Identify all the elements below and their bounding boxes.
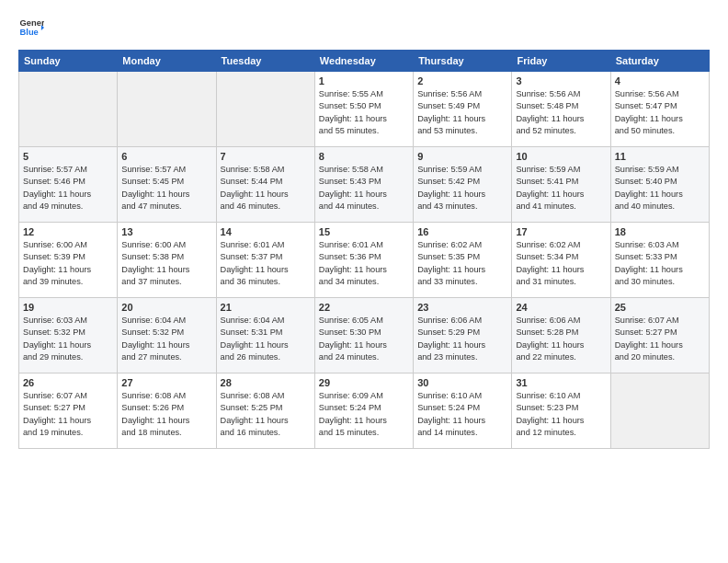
calendar-cell	[19, 72, 118, 147]
day-number: 3	[516, 75, 606, 86]
day-info: Sunrise: 6:02 AM Sunset: 5:35 PM Dayligh…	[417, 239, 507, 288]
day-number: 13	[121, 226, 211, 237]
calendar-cell: 19Sunrise: 6:03 AM Sunset: 5:32 PM Dayli…	[19, 298, 118, 373]
day-number: 17	[516, 226, 606, 237]
calendar-cell: 8Sunrise: 5:58 AM Sunset: 5:43 PM Daylig…	[314, 147, 413, 223]
day-info: Sunrise: 5:55 AM Sunset: 5:50 PM Dayligh…	[319, 88, 409, 137]
day-number: 6	[121, 151, 211, 162]
day-info: Sunrise: 5:57 AM Sunset: 5:46 PM Dayligh…	[23, 164, 113, 213]
col-header-thursday: Thursday	[414, 51, 512, 72]
calendar-cell: 21Sunrise: 6:04 AM Sunset: 5:31 PM Dayli…	[216, 298, 314, 373]
day-info: Sunrise: 6:04 AM Sunset: 5:31 PM Dayligh…	[221, 315, 311, 363]
calendar-cell: 14Sunrise: 6:01 AM Sunset: 5:37 PM Dayli…	[216, 223, 314, 298]
day-number: 29	[319, 377, 409, 388]
day-info: Sunrise: 6:08 AM Sunset: 5:26 PM Dayligh…	[121, 390, 211, 439]
calendar-cell: 1Sunrise: 5:55 AM Sunset: 5:50 PM Daylig…	[314, 72, 413, 147]
calendar-cell: 3Sunrise: 5:56 AM Sunset: 5:48 PM Daylig…	[512, 72, 610, 147]
day-info: Sunrise: 5:56 AM Sunset: 5:49 PM Dayligh…	[417, 88, 507, 137]
day-number: 1	[319, 75, 409, 86]
calendar-cell	[216, 72, 314, 147]
day-info: Sunrise: 6:01 AM Sunset: 5:36 PM Dayligh…	[319, 239, 409, 288]
day-number: 24	[516, 302, 606, 313]
day-info: Sunrise: 6:04 AM Sunset: 5:32 PM Dayligh…	[121, 315, 211, 363]
day-number: 27	[121, 377, 211, 388]
day-number: 25	[615, 302, 705, 313]
calendar-cell: 26Sunrise: 6:07 AM Sunset: 5:27 PM Dayli…	[19, 373, 118, 449]
calendar-cell	[610, 373, 709, 449]
calendar-cell: 27Sunrise: 6:08 AM Sunset: 5:26 PM Dayli…	[118, 373, 216, 449]
day-info: Sunrise: 6:10 AM Sunset: 5:23 PM Dayligh…	[516, 390, 606, 439]
calendar-cell: 18Sunrise: 6:03 AM Sunset: 5:33 PM Dayli…	[610, 223, 709, 298]
day-info: Sunrise: 6:03 AM Sunset: 5:32 PM Dayligh…	[23, 315, 113, 363]
calendar-cell: 17Sunrise: 6:02 AM Sunset: 5:34 PM Dayli…	[512, 223, 610, 298]
day-number: 4	[615, 75, 705, 86]
calendar-cell: 31Sunrise: 6:10 AM Sunset: 5:23 PM Dayli…	[512, 373, 610, 449]
day-info: Sunrise: 6:03 AM Sunset: 5:33 PM Dayligh…	[615, 239, 705, 288]
calendar-cell: 30Sunrise: 6:10 AM Sunset: 5:24 PM Dayli…	[414, 373, 512, 449]
day-number: 8	[319, 151, 409, 162]
day-number: 22	[319, 302, 409, 313]
day-number: 21	[221, 302, 311, 313]
day-info: Sunrise: 5:56 AM Sunset: 5:48 PM Dayligh…	[516, 88, 606, 137]
col-header-tuesday: Tuesday	[216, 51, 314, 72]
day-info: Sunrise: 6:01 AM Sunset: 5:37 PM Dayligh…	[221, 239, 311, 288]
day-info: Sunrise: 5:58 AM Sunset: 5:43 PM Dayligh…	[319, 164, 409, 213]
calendar-cell: 12Sunrise: 6:00 AM Sunset: 5:39 PM Dayli…	[19, 223, 118, 298]
calendar-cell	[118, 72, 216, 147]
col-header-friday: Friday	[512, 51, 610, 72]
day-number: 5	[23, 151, 113, 162]
calendar-cell: 5Sunrise: 5:57 AM Sunset: 5:46 PM Daylig…	[19, 147, 118, 223]
calendar-cell: 23Sunrise: 6:06 AM Sunset: 5:29 PM Dayli…	[414, 298, 512, 373]
calendar-cell: 13Sunrise: 6:00 AM Sunset: 5:38 PM Dayli…	[118, 223, 216, 298]
calendar-cell: 16Sunrise: 6:02 AM Sunset: 5:35 PM Dayli…	[414, 223, 512, 298]
calendar: SundayMondayTuesdayWednesdayThursdayFrid…	[18, 50, 710, 449]
day-number: 15	[319, 226, 409, 237]
day-number: 9	[417, 151, 507, 162]
calendar-cell: 6Sunrise: 5:57 AM Sunset: 5:45 PM Daylig…	[118, 147, 216, 223]
day-number: 18	[615, 226, 705, 237]
day-info: Sunrise: 6:09 AM Sunset: 5:24 PM Dayligh…	[319, 390, 409, 439]
calendar-cell: 9Sunrise: 5:59 AM Sunset: 5:42 PM Daylig…	[414, 147, 512, 223]
calendar-cell: 15Sunrise: 6:01 AM Sunset: 5:36 PM Dayli…	[314, 223, 413, 298]
day-number: 23	[417, 302, 507, 313]
day-number: 12	[23, 226, 113, 237]
day-info: Sunrise: 6:00 AM Sunset: 5:38 PM Dayligh…	[121, 239, 211, 288]
calendar-cell: 24Sunrise: 6:06 AM Sunset: 5:28 PM Dayli…	[512, 298, 610, 373]
calendar-cell: 28Sunrise: 6:08 AM Sunset: 5:25 PM Dayli…	[216, 373, 314, 449]
day-info: Sunrise: 6:07 AM Sunset: 5:27 PM Dayligh…	[615, 315, 705, 363]
day-info: Sunrise: 6:00 AM Sunset: 5:39 PM Dayligh…	[23, 239, 113, 288]
page: General Blue SundayMondayTuesdayWednesda…	[0, 0, 728, 563]
day-info: Sunrise: 6:07 AM Sunset: 5:27 PM Dayligh…	[23, 390, 113, 439]
calendar-cell: 4Sunrise: 5:56 AM Sunset: 5:47 PM Daylig…	[610, 72, 709, 147]
day-number: 7	[221, 151, 311, 162]
day-number: 31	[516, 377, 606, 388]
day-number: 26	[23, 377, 113, 388]
calendar-cell: 10Sunrise: 5:59 AM Sunset: 5:41 PM Dayli…	[512, 147, 610, 223]
day-number: 14	[221, 226, 311, 237]
header: General Blue	[18, 15, 710, 40]
day-info: Sunrise: 6:10 AM Sunset: 5:24 PM Dayligh…	[417, 390, 507, 439]
day-info: Sunrise: 5:57 AM Sunset: 5:45 PM Dayligh…	[121, 164, 211, 213]
day-info: Sunrise: 6:08 AM Sunset: 5:25 PM Dayligh…	[221, 390, 311, 439]
calendar-cell: 20Sunrise: 6:04 AM Sunset: 5:32 PM Dayli…	[118, 298, 216, 373]
day-info: Sunrise: 5:59 AM Sunset: 5:41 PM Dayligh…	[516, 164, 606, 213]
calendar-cell: 25Sunrise: 6:07 AM Sunset: 5:27 PM Dayli…	[610, 298, 709, 373]
calendar-cell: 22Sunrise: 6:05 AM Sunset: 5:30 PM Dayli…	[314, 298, 413, 373]
day-info: Sunrise: 5:56 AM Sunset: 5:47 PM Dayligh…	[615, 88, 705, 137]
col-header-monday: Monday	[118, 51, 216, 72]
logo-icon: General Blue	[18, 15, 44, 40]
day-number: 10	[516, 151, 606, 162]
day-number: 19	[23, 302, 113, 313]
day-number: 28	[221, 377, 311, 388]
day-info: Sunrise: 5:58 AM Sunset: 5:44 PM Dayligh…	[221, 164, 311, 213]
svg-text:General: General	[20, 18, 44, 28]
day-number: 20	[121, 302, 211, 313]
logo: General Blue	[18, 15, 44, 40]
day-info: Sunrise: 5:59 AM Sunset: 5:42 PM Dayligh…	[417, 164, 507, 213]
day-number: 2	[417, 75, 507, 86]
day-info: Sunrise: 6:06 AM Sunset: 5:28 PM Dayligh…	[516, 315, 606, 363]
day-info: Sunrise: 6:06 AM Sunset: 5:29 PM Dayligh…	[417, 315, 507, 363]
calendar-cell: 7Sunrise: 5:58 AM Sunset: 5:44 PM Daylig…	[216, 147, 314, 223]
calendar-cell: 29Sunrise: 6:09 AM Sunset: 5:24 PM Dayli…	[314, 373, 413, 449]
day-info: Sunrise: 5:59 AM Sunset: 5:40 PM Dayligh…	[615, 164, 705, 213]
